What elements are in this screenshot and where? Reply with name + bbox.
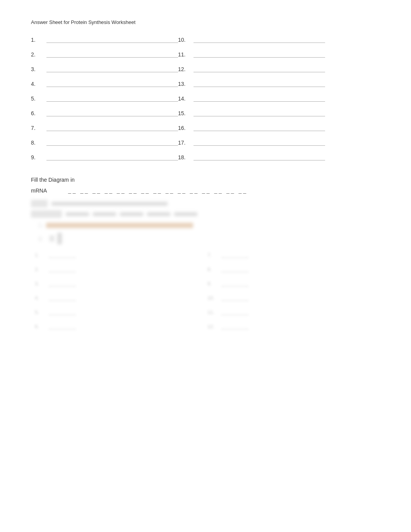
diagram-dash-5 xyxy=(49,310,76,315)
answer-line-6 xyxy=(46,110,178,116)
diagram-item-right-4: 10. xyxy=(207,295,248,301)
answer-line-18 xyxy=(194,154,325,160)
answer-line-11 xyxy=(194,51,325,58)
item-number-16: 16. xyxy=(178,125,194,131)
item-number-13: 13. xyxy=(178,81,194,87)
answer-line-4 xyxy=(46,81,178,87)
blurred-short-2 xyxy=(93,212,116,216)
page-title: Answer Sheet for Protein Synthesis Works… xyxy=(31,19,380,25)
diagram-pair-6: 6. 12. xyxy=(35,324,380,329)
mrna-dashes: __ __ __ __ __ __ __ __ __ __ __ __ __ _… xyxy=(68,188,248,194)
diagram-num-left-3: 3. xyxy=(35,281,46,286)
answer-line-7 xyxy=(46,125,178,131)
answer-line-10 xyxy=(194,37,325,43)
diagram-num-right-6: 12. xyxy=(207,324,219,329)
diagram-num-right-4: 10. xyxy=(207,295,219,301)
page-container: Answer Sheet for Protein Synthesis Works… xyxy=(31,19,380,329)
answer-item-16: 16. xyxy=(178,125,325,131)
diagram-dash-1 xyxy=(49,252,76,258)
diagram-dash-3 xyxy=(49,281,76,286)
diagram-dash-4 xyxy=(49,295,76,301)
item-number-1: 1. xyxy=(31,37,46,43)
item-number-7: 7. xyxy=(31,125,46,131)
diagram-dash-r2 xyxy=(221,267,248,272)
answer-line-12 xyxy=(194,66,325,72)
answer-item-15: 15. xyxy=(178,110,325,116)
item-number-10: 10. xyxy=(178,37,194,43)
answer-item-7: 7. xyxy=(31,125,178,131)
answer-item-17: 17. xyxy=(178,140,325,146)
item-number-4: 4. xyxy=(31,81,46,87)
item-number-8: 8. xyxy=(31,140,46,146)
item-number-6: 6. xyxy=(31,110,46,116)
diagram-dash-r1 xyxy=(221,252,248,258)
item-number-17: 17. xyxy=(178,140,194,146)
arrow-num-1: 2. xyxy=(39,236,46,242)
diagram-pair-4: 4. 10. xyxy=(35,295,380,301)
answer-line-15 xyxy=(194,110,325,116)
blurred-row-2: anticodon xyxy=(31,210,380,218)
fill-diagram-section: Fill the Diagram in mRNA __ __ __ __ __ … xyxy=(31,177,380,329)
answer-item-5: 5. xyxy=(31,95,178,102)
diagram-item-right-2: 8. xyxy=(207,266,248,272)
item-number-5: 5. xyxy=(31,95,46,102)
answer-item-3: 3. xyxy=(31,66,178,72)
diagram-item-left-3: 3. xyxy=(35,281,76,286)
diagram-item-left-1: 1. xyxy=(35,252,76,258)
left-column: 1. 2. 3. 4. 5. 6. xyxy=(31,37,178,169)
diagram-item-left-2: 2. xyxy=(35,266,76,272)
diagram-pair-5: 5. 11. xyxy=(35,309,380,315)
diagram-dash-r5 xyxy=(221,310,248,315)
answer-line-17 xyxy=(194,140,325,146)
answer-item-4: 4. xyxy=(31,81,178,87)
answer-line-2 xyxy=(46,51,178,58)
answer-item-11: 11. xyxy=(178,51,325,58)
answer-item-10: 10. xyxy=(178,37,325,43)
diagram-num-left-2: 2. xyxy=(35,266,46,272)
diagram-dash-6 xyxy=(49,324,76,329)
answer-item-2: 2. xyxy=(31,51,178,58)
answer-line-14 xyxy=(194,95,325,102)
item-number-2: 2. xyxy=(31,51,46,58)
diagram-num-right-3: 9. xyxy=(207,281,219,286)
diagram-item-left-6: 6. xyxy=(35,324,76,329)
diagram-pair-2: 2. 8. xyxy=(35,266,380,272)
blurred-short-3 xyxy=(120,212,143,216)
diagram-dash-r3 xyxy=(221,281,248,286)
highlight-box-1 xyxy=(46,223,193,228)
blurred-short-5 xyxy=(174,212,197,216)
answer-item-1: 1. xyxy=(31,37,178,43)
item-number-3: 3. xyxy=(31,66,46,72)
item-number-12: 12. xyxy=(178,66,194,72)
mrna-label: mRNA xyxy=(31,188,62,194)
answer-line-1 xyxy=(46,37,178,43)
answer-line-8 xyxy=(46,140,178,146)
item-number-14: 14. xyxy=(178,95,194,102)
answer-item-6: 6. xyxy=(31,110,178,116)
diagram-num-right-5: 11. xyxy=(207,309,219,315)
numbered-answers-section: 1. 2. 3. 4. 5. 6. xyxy=(31,37,380,169)
diagram-num-left-6: 6. xyxy=(35,324,46,329)
diagram-item-right-5: 11. xyxy=(207,309,248,315)
answer-item-14: 14. xyxy=(178,95,325,102)
diagram-pair-3: 3. 9. xyxy=(35,281,380,286)
fill-diagram-label: Fill the Diagram in xyxy=(31,177,380,183)
blurred-content-1: tRNA anticodon xyxy=(31,200,380,218)
item-number-11: 11. xyxy=(178,51,194,58)
answer-line-3 xyxy=(46,66,178,72)
right-column: 10. 11. 12. 13. 14. 15. xyxy=(178,37,325,169)
answer-line-9 xyxy=(46,154,178,160)
answer-item-9: 9. xyxy=(31,154,178,160)
diagram-item-right-1: 7. xyxy=(207,252,248,258)
blurred-label-1: tRNA xyxy=(31,200,48,207)
arrow-box-tall xyxy=(57,233,62,244)
diagram-num-left-4: 4. xyxy=(35,295,46,301)
diagram-dash-r6 xyxy=(221,324,248,329)
item-number-15: 15. xyxy=(178,110,194,116)
diagram-pairs-container: 1. 7. 2. 8. 3. xyxy=(35,252,380,329)
arrow-row-1: 2. xyxy=(39,233,380,244)
blurred-short-4 xyxy=(147,212,170,216)
diagram-num-left-1: 1. xyxy=(35,252,46,258)
answer-line-13 xyxy=(194,81,325,87)
blurred-short-1 xyxy=(66,212,89,216)
